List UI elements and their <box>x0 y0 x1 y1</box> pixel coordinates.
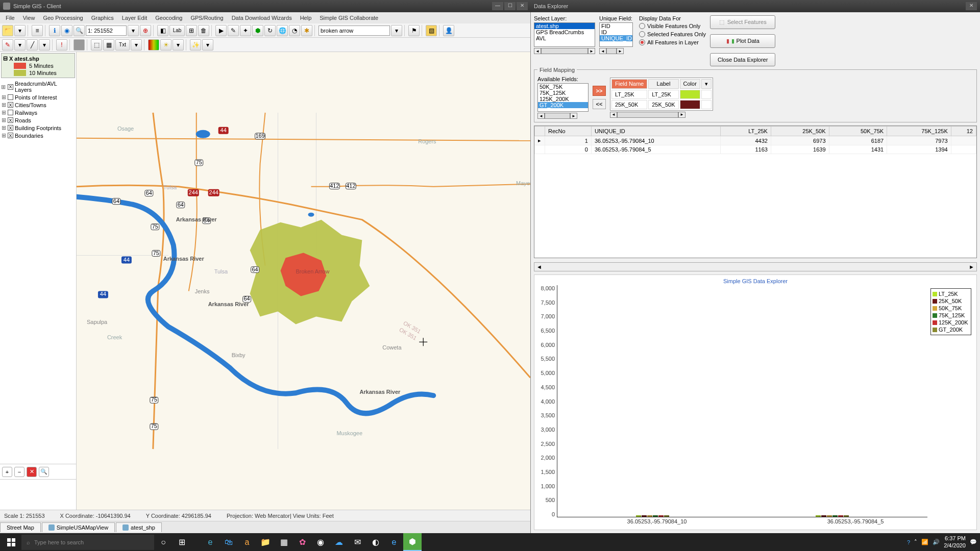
tool-list[interactable]: ≡ <box>32 25 43 36</box>
cortana-icon[interactable]: ○ <box>154 533 173 551</box>
zoom-layer-button[interactable]: 🔍 <box>39 467 49 477</box>
maximize-button[interactable]: ☐ <box>504 2 516 10</box>
tool2-pen[interactable]: ✎ <box>2 39 13 51</box>
cancel-button[interactable]: ✕ <box>27 467 37 477</box>
tool2-line[interactable]: ╱ <box>27 39 38 51</box>
legend-checkbox[interactable]: X <box>9 56 13 62</box>
tool-lab[interactable]: Lab <box>169 25 185 36</box>
tool2-color[interactable] <box>148 39 159 51</box>
select-layer-list[interactable]: atest.shp GPS BreadCrumbs AVL <box>534 22 595 47</box>
tab-atest[interactable]: atest_shp <box>116 522 162 532</box>
menu-geoprocessing[interactable]: Geo Processing <box>39 14 86 22</box>
wifi-icon[interactable]: 📶 <box>921 539 928 545</box>
taskview-icon[interactable]: ⊞ <box>173 533 191 551</box>
menu-graphics[interactable]: Graphics <box>88 14 117 22</box>
tool2-box1[interactable] <box>74 39 85 51</box>
tool-info[interactable]: ℹ <box>49 25 60 36</box>
remove-layer-button[interactable]: − <box>14 467 24 477</box>
tool2-linedrop[interactable]: ▾ <box>39 39 50 51</box>
tool-eraser[interactable]: ◧ <box>157 25 168 36</box>
help-icon[interactable]: ? <box>907 539 910 545</box>
chrome-icon[interactable]: ◐ <box>366 533 385 551</box>
menu-gpsrouting[interactable]: GPS/Routing <box>187 14 227 22</box>
tool-play[interactable]: ▶ <box>215 25 227 36</box>
tool-gear[interactable]: ✱ <box>301 25 312 36</box>
data-grid[interactable]: RecNoUNIQUE_ID LT_25K25K_50K 50K_75K75K_… <box>534 126 977 258</box>
mapping-table[interactable]: Field NameLabelColor▾ LT_25KLT_25K 25K_5… <box>610 78 713 111</box>
minimize-button[interactable]: — <box>492 2 503 10</box>
tool2-warn[interactable]: ! <box>56 39 67 51</box>
layer-buildings[interactable]: ⊞XBuilding Footprints <box>1 124 75 132</box>
menu-collaborate[interactable]: Simple GIS Collaborate <box>316 14 382 22</box>
mail-icon[interactable]: ✉ <box>348 533 366 551</box>
tool-flag[interactable]: ⚑ <box>408 25 420 36</box>
layer-boundaries[interactable]: ⊞XBoundaries <box>1 132 75 139</box>
grid-hscroll[interactable]: ◄► <box>534 262 977 271</box>
tool-clock[interactable]: ◔ <box>289 25 300 36</box>
tool-pencil[interactable]: ✎ <box>228 25 239 36</box>
search-input[interactable] <box>318 26 390 36</box>
volume-icon[interactable]: 🔊 <box>933 539 940 545</box>
menu-view[interactable]: View <box>19 14 39 22</box>
layer-cities[interactable]: ⊞XCities/Towns <box>1 101 75 109</box>
app-icon-3[interactable]: ◉ <box>311 533 330 551</box>
tool2-sundrop[interactable]: ▾ <box>173 39 184 51</box>
layer-poi[interactable]: ⊞Points of Interest <box>1 93 75 101</box>
map-canvas[interactable]: 169 75 64 64 64 64 64 64 75 75 75 75 412… <box>77 52 530 510</box>
app-icon-1[interactable]: ▦ <box>275 533 293 551</box>
tab-usamap[interactable]: SimpleUSAMapView <box>42 522 115 532</box>
explorer-close-button[interactable]: ✕ <box>966 2 977 10</box>
tool-zoomdrop[interactable]: ▾ <box>128 25 139 36</box>
layer-breadcrumb[interactable]: ⊞XBreadcrumb/AVL Layers <box>1 80 75 93</box>
menu-layeredit[interactable]: Layer Edit <box>118 14 151 22</box>
select-features-button[interactable]: ⬚Select Features <box>710 15 775 29</box>
tool-zoom[interactable]: 🔍 <box>74 25 85 36</box>
tool-dropdown[interactable]: ▾ <box>14 25 26 36</box>
tool-target[interactable]: ⊕ <box>140 25 151 36</box>
gis-icon[interactable]: ⬢ <box>403 533 422 551</box>
tool2-grid[interactable]: ▦ <box>103 39 114 51</box>
tool2-wanddrop[interactable]: ▾ <box>202 39 213 51</box>
legend-collapse-icon[interactable]: ⊟ <box>3 55 8 62</box>
add-field-button[interactable]: >> <box>593 86 606 96</box>
explorer-icon[interactable]: 📁 <box>256 533 275 551</box>
tool-arrow[interactable]: ↻ <box>264 25 276 36</box>
tool-trash[interactable]: 🗑 <box>198 25 209 36</box>
onedrive-icon[interactable]: ☁ <box>330 533 348 551</box>
edge-icon[interactable]: e <box>201 533 219 551</box>
close-button[interactable]: ✕ <box>517 2 528 10</box>
close-explorer-button[interactable]: Close Data Explorer <box>710 53 775 66</box>
tool2-txtdrop[interactable]: ▾ <box>131 39 142 51</box>
scale-input[interactable] <box>86 26 127 36</box>
table-row[interactable]: 036.05253,-95.79084_5 11631639 14311394 <box>535 145 976 154</box>
menu-geocoding[interactable]: Geocoding <box>152 14 186 22</box>
available-fields-list[interactable]: 50K_75K 75K_125K 125K_200K GT_200K <box>537 83 589 112</box>
tool-world[interactable]: ◉ <box>61 25 72 36</box>
taskbar-search[interactable]: ⌕ Type here to search <box>21 535 154 550</box>
radio-visible[interactable]: Visible Features Only <box>639 22 706 30</box>
tool-layer[interactable]: ⬢ <box>252 25 263 36</box>
menu-datadownload[interactable]: Data Download Wizards <box>228 14 296 22</box>
tool-explode[interactable]: ✦ <box>240 25 251 36</box>
notification-icon[interactable]: 💬 <box>970 539 977 545</box>
tool-globe2[interactable]: 🌐 <box>277 25 288 36</box>
table-row[interactable]: ▸ 136.05253,-95.79084_10 44326973 618779… <box>535 136 976 145</box>
tool2-txt[interactable]: Txt <box>115 39 130 51</box>
start-button[interactable] <box>1 533 21 551</box>
radio-all[interactable]: All Features in Layer <box>639 39 706 46</box>
tool2-select[interactable]: ⬚ <box>91 39 102 51</box>
tool2-pendrop[interactable]: ▾ <box>14 39 26 51</box>
plot-data-button[interactable]: ▮▮Plot Data <box>710 34 775 48</box>
amazon-icon[interactable]: a <box>238 533 256 551</box>
clock[interactable]: 6:37 PM 2/4/2020 <box>944 535 966 548</box>
menu-help[interactable]: Help <box>297 14 315 22</box>
remove-field-button[interactable]: << <box>593 99 606 109</box>
ie-icon[interactable]: e <box>385 533 403 551</box>
tool-map[interactable]: ▧ <box>426 25 437 36</box>
unique-field-list[interactable]: FID ID UNIQUE_ID <box>599 22 633 47</box>
layer-railways[interactable]: ⊞Railways <box>1 109 75 116</box>
tray-up-icon[interactable]: ˄ <box>914 539 917 545</box>
app-icon-2[interactable]: ✿ <box>293 533 311 551</box>
tool2-sun[interactable]: ☀ <box>160 39 172 51</box>
tab-streetmap[interactable]: Street Map <box>0 522 41 532</box>
